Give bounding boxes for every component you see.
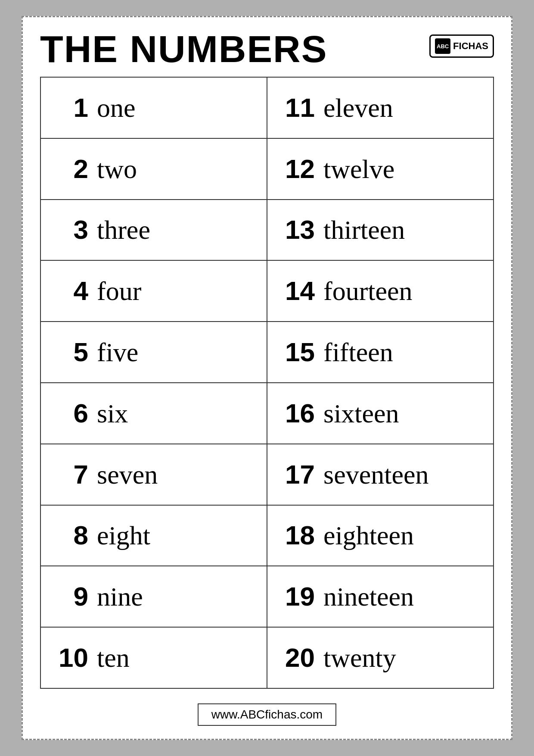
number-digit: 16 [280, 398, 315, 428]
table-row: 8eight18eighteen [40, 505, 494, 566]
page: THE NUMBERS ABC FICHAS 1one11eleven2two1… [22, 16, 512, 740]
cell-right-3: 14fourteen [267, 260, 494, 322]
number-digit: 7 [54, 459, 88, 490]
number-word: three [88, 215, 150, 244]
table-row: 6six16sixteen [40, 383, 494, 444]
cell-right-9: 20twenty [267, 627, 494, 688]
number-word: nine [88, 582, 143, 611]
table-row: 4four14fourteen [40, 260, 494, 322]
number-digit: 6 [54, 398, 88, 428]
number-word: two [88, 154, 137, 184]
logo-text: FICHAS [453, 41, 488, 52]
cell-left-0: 1one [40, 77, 267, 138]
number-digit: 19 [280, 581, 315, 612]
number-word: eight [88, 521, 150, 550]
number-word: thirteen [315, 215, 405, 244]
number-word: ten [88, 643, 130, 672]
cell-right-0: 11eleven [267, 77, 494, 138]
number-word: twelve [315, 154, 394, 184]
table-row: 5five15fifteen [40, 322, 494, 383]
number-digit: 2 [54, 153, 88, 184]
number-digit: 3 [54, 214, 88, 245]
cell-right-5: 16sixteen [267, 383, 494, 444]
number-word: sixteen [315, 399, 399, 428]
cell-left-3: 4four [40, 260, 267, 322]
number-word: eighteen [315, 521, 414, 550]
number-word: seventeen [315, 460, 428, 489]
header: THE NUMBERS ABC FICHAS [40, 30, 494, 68]
number-digit: 17 [280, 459, 315, 490]
number-digit: 8 [54, 520, 88, 550]
cell-left-1: 2two [40, 138, 267, 200]
number-word: twenty [315, 643, 396, 672]
table-row: 7seven17seventeen [40, 444, 494, 505]
cell-left-4: 5five [40, 322, 267, 383]
cell-right-7: 18eighteen [267, 505, 494, 566]
number-word: six [88, 399, 128, 428]
table-row: 9nine19nineteen [40, 566, 494, 627]
number-word: eleven [315, 93, 393, 122]
cell-left-9: 10ten [40, 627, 267, 688]
numbers-table: 1one11eleven2two12twelve3three13thirteen… [40, 77, 494, 689]
number-digit: 1 [54, 92, 88, 123]
number-word: fourteen [315, 276, 413, 306]
cell-left-7: 8eight [40, 505, 267, 566]
number-word: one [88, 93, 136, 122]
number-word: fifteen [315, 337, 393, 367]
number-digit: 10 [54, 642, 88, 673]
number-digit: 20 [280, 642, 315, 673]
table-row: 10ten20twenty [40, 627, 494, 688]
number-word: four [88, 276, 141, 306]
number-digit: 18 [280, 520, 315, 550]
footer: www.ABCfichas.com [198, 703, 336, 726]
cell-right-4: 15fifteen [267, 322, 494, 383]
cell-right-2: 13thirteen [267, 200, 494, 261]
number-digit: 14 [280, 275, 315, 306]
page-title: THE NUMBERS [40, 30, 327, 68]
cell-left-2: 3three [40, 200, 267, 261]
number-word: nineteen [315, 582, 414, 611]
logo-icon: ABC [435, 38, 450, 54]
number-digit: 4 [54, 275, 88, 306]
number-word: five [88, 337, 138, 367]
cell-right-6: 17seventeen [267, 444, 494, 505]
cell-left-5: 6six [40, 383, 267, 444]
number-digit: 13 [280, 214, 315, 245]
number-digit: 12 [280, 153, 315, 184]
table-row: 2two12twelve [40, 138, 494, 200]
cell-left-6: 7seven [40, 444, 267, 505]
table-row: 1one11eleven [40, 77, 494, 138]
number-digit: 9 [54, 581, 88, 612]
number-digit: 15 [280, 337, 315, 367]
cell-right-8: 19nineteen [267, 566, 494, 627]
table-row: 3three13thirteen [40, 200, 494, 261]
number-word: seven [88, 460, 158, 489]
number-digit: 11 [280, 92, 315, 123]
cell-left-8: 9nine [40, 566, 267, 627]
footer-wrap: www.ABCfichas.com [40, 696, 494, 726]
cell-right-1: 12twelve [267, 138, 494, 200]
number-digit: 5 [54, 337, 88, 367]
logo: ABC FICHAS [429, 34, 494, 58]
